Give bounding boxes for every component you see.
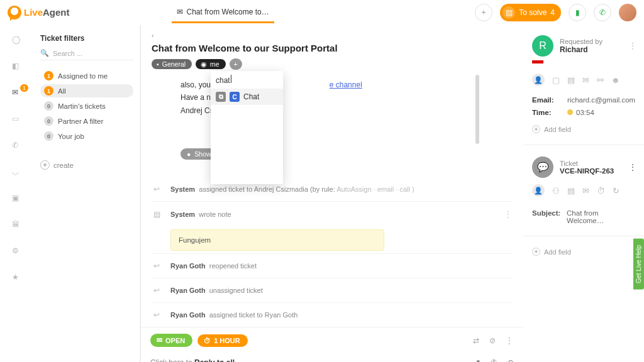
solve-label: To solve	[519, 8, 547, 17]
forward-icon[interactable]: ↶	[507, 358, 513, 362]
to-solve-button[interactable]: ▤ To solve 4	[500, 4, 561, 21]
phone-icon[interactable]: ✆	[491, 358, 497, 362]
filters-sidebar: Ticket filters 🔍 Search ... 1Assigned to…	[35, 25, 140, 362]
tickets-icon[interactable]: ✉1	[12, 88, 23, 99]
tickets-badge: 1	[20, 84, 28, 92]
requester-menu[interactable]: ⋮	[629, 41, 636, 50]
requested-by-label: Requested by	[560, 38, 602, 45]
get-live-help[interactable]: Get Live Help	[633, 239, 644, 290]
dd-icon-a: ⧉	[216, 92, 226, 102]
more-icon[interactable]: ⋮	[506, 336, 513, 345]
subject-value: Chat from Welcome…	[567, 209, 636, 224]
add-button[interactable]: ＋	[475, 4, 492, 21]
ticket-title: Chat from Welcome to our Support Portal	[152, 43, 513, 53]
solve-count: 4	[550, 8, 555, 17]
filter-martin[interactable]: 0Martin's tickets	[40, 99, 133, 112]
event-row: ↩Ryan Goth unassigned ticket	[152, 278, 513, 302]
filter-all[interactable]: 1All	[40, 84, 133, 97]
active-tab[interactable]: ✉ Chat from Welcome to…	[172, 1, 274, 23]
transfer-icon[interactable]: ⇄	[473, 336, 479, 345]
star-icon[interactable]: ★	[12, 273, 23, 284]
solve-icon: ▤	[502, 6, 515, 19]
event-row: ↩System assigned ticket to Andrej Csizma…	[152, 177, 513, 201]
event-menu[interactable]: ⋮	[504, 209, 513, 219]
filter-yourjob[interactable]: 0Your job	[40, 129, 133, 143]
tag-dropdown-item[interactable]: ⧉ C Chat	[211, 89, 283, 105]
ticket-icon: 💬	[532, 156, 553, 178]
scroll-indicator[interactable]	[475, 75, 479, 144]
filters-search[interactable]: 🔍 Search ...	[40, 49, 133, 60]
event-note: Fungujem	[170, 229, 384, 251]
tag-dropdown: chat ⧉ C Chat	[211, 71, 283, 184]
add-field-button[interactable]: +Add field	[532, 125, 636, 133]
create-filter[interactable]: +create	[40, 160, 133, 170]
check-icon[interactable]: ⊘	[489, 336, 496, 345]
dd-icon-b: C	[230, 92, 240, 102]
filters-title: Ticket filters	[40, 34, 133, 43]
ticket-actions: 👤 ⚇ ▤ ✉ ⏱ ↻	[532, 184, 636, 197]
tag-dropdown-input[interactable]: chat	[211, 71, 283, 89]
tag2-icon[interactable]: ▤	[567, 186, 575, 195]
apps-icon[interactable]: ◧	[12, 62, 23, 73]
tag-me[interactable]: ◉ me	[196, 59, 226, 69]
logo[interactable]: LiveAgent	[8, 6, 70, 19]
folder-icon[interactable]: ▢	[552, 75, 560, 85]
mail-icon: ✉	[177, 8, 183, 16]
tag-add[interactable]: +	[230, 58, 242, 70]
status-open[interactable]: ✉ OPEN	[150, 334, 192, 347]
status-chat-icon[interactable]: ▮	[569, 4, 586, 21]
mail2-icon[interactable]: ✉	[582, 75, 589, 85]
country-flag	[532, 60, 543, 67]
user-avatar[interactable]	[619, 4, 636, 21]
time-value: 03:54	[576, 109, 594, 116]
ticket-block: 💬 Ticket VCE-NIRQF-263 ⋮	[532, 156, 636, 178]
tag-icon[interactable]: ▤	[567, 75, 575, 85]
person2-icon[interactable]: 👤	[532, 184, 545, 197]
clock-icon[interactable]: ⏱	[597, 186, 605, 195]
group-icon[interactable]: ⚇	[552, 186, 560, 195]
settings-icon[interactable]: ⚙	[12, 246, 23, 258]
logo-text-b: Agent	[43, 7, 70, 18]
email-value: richard.c@gmail.com	[567, 96, 635, 104]
tag-general[interactable]: ▪ General	[152, 59, 192, 69]
filter-partner[interactable]: 0Partner A filter	[40, 114, 133, 128]
back-button[interactable]: ‹	[152, 31, 513, 39]
tab-title: Chat from Welcome to…	[187, 8, 269, 16]
ticket-footer: ✉ OPEN ⏱ 1 HOUR ⇄ ⊘ ⋮ Click here to Repl…	[140, 327, 523, 362]
link-icon[interactable]: ⚯	[597, 75, 604, 85]
ticket-id: VCE-NIRQF-263	[560, 167, 614, 175]
info-panel: R Requested by Richard ⋮ 👤 ▢ ▤ ✉ ⚯ ☻ Ema…	[523, 25, 644, 362]
status-hour[interactable]: ⏱ 1 HOUR	[197, 334, 248, 347]
time-label: Time:	[532, 109, 567, 116]
org-icon[interactable]: 🏛	[12, 220, 23, 231]
ticket-menu[interactable]: ⋮	[629, 163, 636, 172]
event-list: ↩System assigned ticket to Andrej Csizma…	[140, 171, 523, 327]
reply-area[interactable]: Click here to Reply to all ▮ ✆ ↶	[150, 358, 513, 362]
loading-icon[interactable]: ◡	[12, 167, 23, 178]
requester-actions: 👤 ▢ ▤ ✉ ⚯ ☻	[532, 74, 636, 86]
contacts-icon[interactable]: ▣	[12, 194, 23, 205]
face-icon[interactable]: ☻	[611, 75, 620, 85]
logo-text-a: Live	[24, 7, 43, 18]
add-field-button-2[interactable]: +Add field	[532, 248, 636, 256]
ticket-label: Ticket	[560, 160, 614, 167]
search-icon: 🔍	[40, 49, 49, 57]
dashboard-icon[interactable]: ◯̇	[12, 35, 23, 47]
requester-block: R Requested by Richard ⋮	[532, 35, 636, 57]
subject-label: Subject:	[532, 209, 567, 224]
logo-icon	[8, 6, 21, 19]
chat-icon[interactable]: ▭	[12, 114, 23, 126]
channel-link[interactable]: e channel	[330, 80, 362, 89]
requester-avatar[interactable]: R	[532, 35, 553, 57]
status-phone-icon[interactable]: ✆	[594, 4, 611, 21]
person-icon[interactable]: 👤	[532, 74, 545, 86]
filter-assigned[interactable]: 1Assigned to me	[40, 69, 133, 82]
event-row: ↩Ryan Goth reopened ticket	[152, 253, 513, 278]
search-placeholder: Search ...	[53, 50, 82, 57]
calls-icon[interactable]: ✆	[12, 141, 23, 152]
event-row: ↩Ryan Goth assigned ticket to Ryan Goth	[152, 302, 513, 327]
mail3-icon[interactable]: ✉	[582, 186, 589, 195]
ticket-panel: ‹ Chat from Welcome to our Support Porta…	[140, 25, 523, 362]
history-icon[interactable]: ↻	[613, 186, 619, 195]
note-icon[interactable]: ▮	[476, 358, 480, 362]
